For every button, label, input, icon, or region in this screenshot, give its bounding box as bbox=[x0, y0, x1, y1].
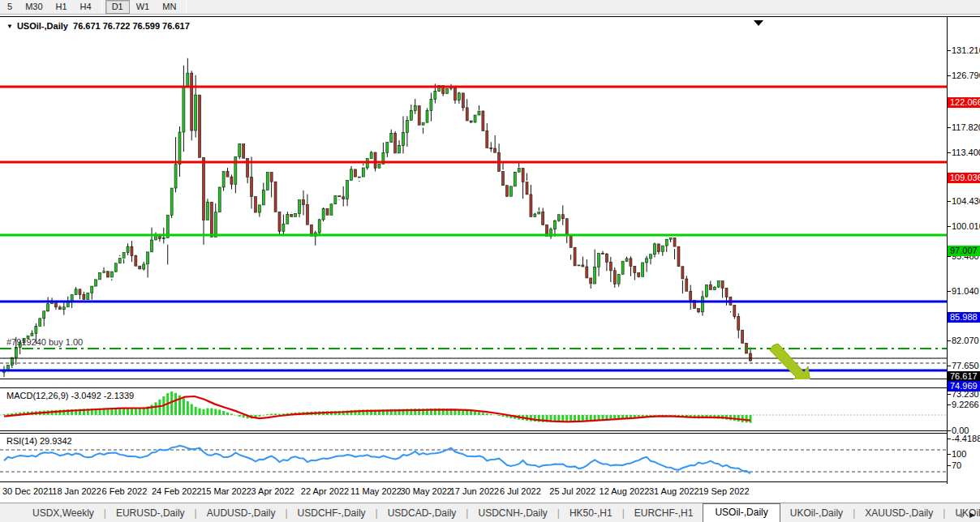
symbol-tab-usdcaddaily[interactable]: USDCAD-,Daily bbox=[378, 505, 466, 522]
price-chart-canvas[interactable]: #7919240 buy 1.00 bbox=[0, 17, 948, 379]
date-tick-label: 25 Jul 2022 bbox=[549, 486, 595, 496]
date-tick-label: 30 Dec 2021 bbox=[2, 486, 53, 496]
symbol-tab-eurchfh1[interactable]: EURCHF-,H1 bbox=[625, 505, 703, 522]
symbol-tab-eurusddaily[interactable]: EURUSD-,Daily bbox=[106, 505, 195, 522]
symbol-tab-xauusddaily[interactable]: XAUUSD-,Daily bbox=[855, 505, 943, 522]
symbol-tab-usdxweekly[interactable]: USDX,Weekly bbox=[23, 505, 104, 522]
date-tick-label: 30 May 2022 bbox=[400, 486, 452, 496]
symbol-tab-audusddaily[interactable]: AUDUSD-,Daily bbox=[197, 505, 286, 522]
chart-symbol-label: USOil-,Daily bbox=[17, 21, 68, 31]
date-tick-label: 19 Sep 2022 bbox=[698, 486, 749, 496]
date-tick-label: 12 Aug 2022 bbox=[600, 486, 650, 496]
chart-ohlc-values: 76.671 76.722 76.599 76.617 bbox=[73, 21, 190, 31]
date-tick-label: 31 Aug 2022 bbox=[649, 486, 699, 496]
date-tick-label: 17 Jun 2022 bbox=[450, 486, 500, 496]
timeframe-button-mn[interactable]: MN bbox=[156, 0, 183, 14]
price-axis[interactable]: 131.210126.790117.820113.400104.430100.0… bbox=[948, 17, 980, 484]
date-tick-label: 3 Apr 2022 bbox=[251, 486, 294, 496]
tabs-scroll-left-icon[interactable]: ◀ bbox=[955, 511, 965, 519]
rsi-canvas[interactable] bbox=[0, 434, 948, 481]
price-tick: 126.790 bbox=[952, 71, 980, 80]
rsi-label: RSI(14) 29.9342 bbox=[6, 436, 72, 446]
symbol-tabbar: USDX,Weekly|EURUSD-,Daily|AUDUSD-,Daily|… bbox=[0, 503, 980, 522]
price-tick: 113.400 bbox=[952, 148, 980, 157]
timeframe-button-d1[interactable]: D1 bbox=[105, 0, 130, 14]
symbol-tab-usoildaily[interactable]: USOil-,Daily bbox=[703, 503, 780, 522]
chart-title: ▼USOil-,Daily 76.671 76.722 76.599 76.61… bbox=[6, 21, 190, 31]
symbol-tab-hk50h1[interactable]: HK50-,H1 bbox=[560, 505, 622, 522]
price-tick: 131.210 bbox=[952, 45, 980, 55]
tabs-scroll-right-icon[interactable]: ▶ bbox=[967, 511, 978, 519]
trade-position-label: #7919240 buy 1.00 bbox=[6, 337, 83, 347]
macd-tick: -4.4188 bbox=[952, 434, 980, 443]
timeframe-button-m30[interactable]: M30 bbox=[19, 0, 49, 14]
timeframe-button-5[interactable]: 5 bbox=[1, 0, 19, 14]
date-tick-label: 6 Feb 2022 bbox=[102, 486, 148, 496]
date-tick-label: 18 Jan 2022 bbox=[52, 486, 101, 496]
macd-tick: 9.2266 bbox=[952, 400, 979, 409]
chart-dropdown-icon[interactable]: ▼ bbox=[6, 23, 13, 30]
date-tick-label: 11 May 2022 bbox=[350, 486, 402, 496]
timeframe-button-w1[interactable]: W1 bbox=[130, 0, 157, 14]
macd-label: MACD(12,26,9) -3.0492 -2.1339 bbox=[6, 391, 134, 400]
symbol-tab-usdchfdaily[interactable]: USDCHF-,Daily bbox=[288, 505, 376, 522]
macd-canvas[interactable] bbox=[0, 388, 948, 430]
symbol-tab-ukoildaily[interactable]: UKOil-,Daily bbox=[780, 505, 853, 522]
price-line-badge: 109.036 bbox=[948, 173, 980, 183]
price-line-badge: 122.066 bbox=[948, 97, 980, 108]
price-tick: 77.650 bbox=[952, 361, 979, 370]
chart-window: ▼USOil-,Daily 76.671 76.722 76.599 76.61… bbox=[0, 16, 980, 503]
timeframe-button-h1[interactable]: H1 bbox=[49, 0, 74, 14]
toolbar-separator bbox=[186, 2, 187, 13]
price-tick: 100.010 bbox=[952, 221, 980, 231]
rsi-tick: 70 bbox=[952, 460, 961, 470]
price-line-badge: 85.988 bbox=[948, 312, 980, 323]
timeframe-button-h4[interactable]: H4 bbox=[74, 0, 98, 14]
date-tick-label: 22 Apr 2022 bbox=[301, 486, 349, 496]
price-line-badge: 97.007 bbox=[948, 246, 980, 256]
price-tick: 117.820 bbox=[952, 122, 980, 132]
price-tick: 82.070 bbox=[952, 336, 979, 345]
timeframe-toolbar: 5M30H1H4D1W1MN bbox=[0, 0, 980, 15]
date-tick-label: 6 Jul 2022 bbox=[500, 486, 541, 496]
date-tick-label: 24 Feb 2022 bbox=[152, 486, 202, 496]
rsi-pane[interactable]: RSI(14) 29.9342 bbox=[0, 433, 948, 482]
price-line-badge: 74.969 bbox=[948, 381, 980, 392]
price-tick: 104.430 bbox=[952, 196, 980, 206]
date-axis[interactable]: 30 Dec 202118 Jan 20226 Feb 202224 Feb 2… bbox=[0, 484, 980, 502]
symbol-tab-usdcnhdaily[interactable]: USDCNH-,Daily bbox=[468, 505, 557, 522]
date-tick-label: 15 Mar 2022 bbox=[201, 486, 251, 496]
rsi-tick: 100 bbox=[952, 449, 966, 459]
macd-pane[interactable]: MACD(12,26,9) -3.0492 -2.1339 bbox=[0, 387, 948, 431]
price-pane[interactable]: #7919240 buy 1.00 bbox=[0, 17, 948, 379]
price-tick: 91.040 bbox=[952, 286, 979, 296]
toolbar-separator bbox=[101, 2, 102, 13]
